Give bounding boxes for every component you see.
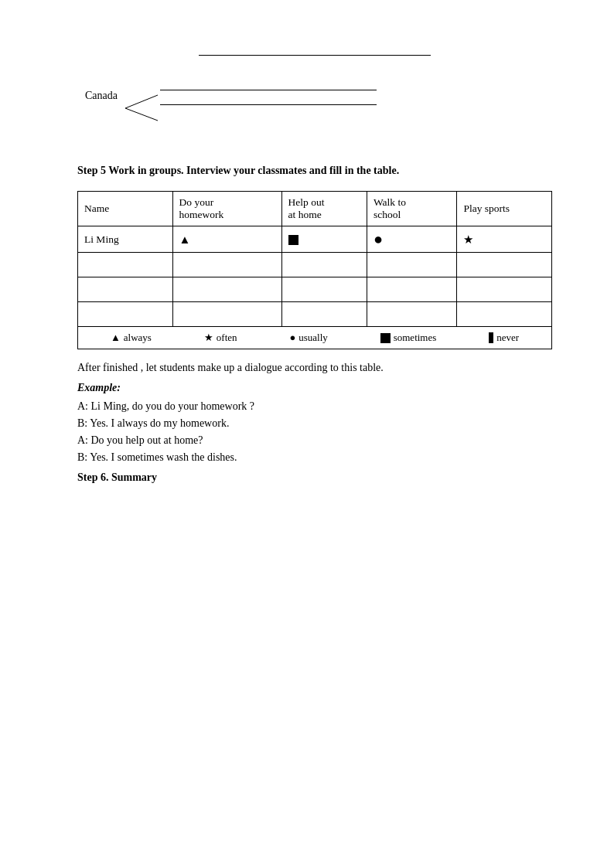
canada-label: Canada <box>85 90 118 102</box>
step6: Step 6. Summary <box>77 471 552 484</box>
svg-line-0 <box>125 95 158 108</box>
svg-line-1 <box>125 108 158 121</box>
step5-instruction: Step 5 Work in groups. Interview your cl… <box>77 165 552 177</box>
dialogue-line-1: A: Li Ming, do you do your homework ? <box>77 400 552 413</box>
legend-usually: ● usually <box>289 332 327 344</box>
col-header-play: Play sports <box>457 192 552 226</box>
table-row: Li Ming ▲ ● ★ <box>78 226 552 253</box>
square-icon <box>288 235 298 245</box>
cell-play: ★ <box>457 226 552 253</box>
never-symbol <box>489 332 493 343</box>
never-label: never <box>496 332 519 344</box>
cell-help <box>281 226 367 253</box>
dialogue-line-4: B: Yes. I sometimes wash the dishes. <box>77 451 552 464</box>
table-row <box>78 253 552 277</box>
cell-play-empty3 <box>457 302 552 327</box>
cell-walk-empty3 <box>367 302 456 327</box>
legend-often: ★ often <box>204 332 237 344</box>
cell-name-empty3 <box>78 302 173 327</box>
always-label: always <box>124 332 152 344</box>
cell-homework: ▲ <box>172 226 281 253</box>
legend-always: ▲ always <box>111 332 152 344</box>
cell-play-empty2 <box>457 277 552 302</box>
main-table: Name Do yourhomework Help outat home Wal… <box>77 191 552 349</box>
canada-area: Canada <box>85 90 552 126</box>
cell-play-empty <box>457 253 552 277</box>
usually-label: usually <box>298 332 328 344</box>
cell-hw-empty3 <box>172 302 281 327</box>
legend-inner: ▲ always ★ often ● usually sometimes <box>84 332 545 344</box>
legend-sometimes: sometimes <box>380 332 437 344</box>
after-text: After finished , let students make up a … <box>77 362 552 374</box>
dialogue-line-3: A: Do you help out at home? <box>77 434 552 447</box>
arrow-icon <box>118 91 160 126</box>
cell-name-empty2 <box>78 277 173 302</box>
text-line-2 <box>160 104 377 105</box>
cell-name-empty <box>78 253 173 277</box>
legend-row: ▲ always ★ often ● usually sometimes <box>78 327 552 349</box>
sometimes-label: sometimes <box>394 332 437 344</box>
top-line-area <box>77 46 552 59</box>
text-line-1 <box>160 90 377 90</box>
example-label: Example: <box>77 382 552 394</box>
table-header-row: Name Do yourhomework Help outat home Wal… <box>78 192 552 226</box>
cell-help-empty <box>281 253 367 277</box>
table-row <box>78 277 552 302</box>
often-label: often <box>217 332 237 344</box>
cell-hw-empty2 <box>172 277 281 302</box>
legend-never: never <box>489 332 519 344</box>
top-line <box>199 55 431 56</box>
col-header-homework: Do yourhomework <box>172 192 281 226</box>
cell-help-empty3 <box>281 302 367 327</box>
sometimes-symbol <box>380 333 391 343</box>
cell-help-empty2 <box>281 277 367 302</box>
col-header-name: Name <box>78 192 173 226</box>
cell-walk: ● <box>367 226 456 253</box>
col-header-help: Help outat home <box>281 192 367 226</box>
usually-symbol: ● <box>289 332 295 344</box>
always-symbol: ▲ <box>111 332 121 344</box>
table-row <box>78 302 552 327</box>
cell-name: Li Ming <box>78 226 173 253</box>
legend-cell: ▲ always ★ often ● usually sometimes <box>78 327 552 349</box>
dialogue-line-2: B: Yes. I always do my homework. <box>77 417 552 430</box>
cell-walk-empty <box>367 253 456 277</box>
cell-hw-empty <box>172 253 281 277</box>
often-symbol: ★ <box>204 332 213 344</box>
cell-walk-empty2 <box>367 277 456 302</box>
col-header-walk: Walk toschool <box>367 192 456 226</box>
lines-stack <box>160 90 377 105</box>
